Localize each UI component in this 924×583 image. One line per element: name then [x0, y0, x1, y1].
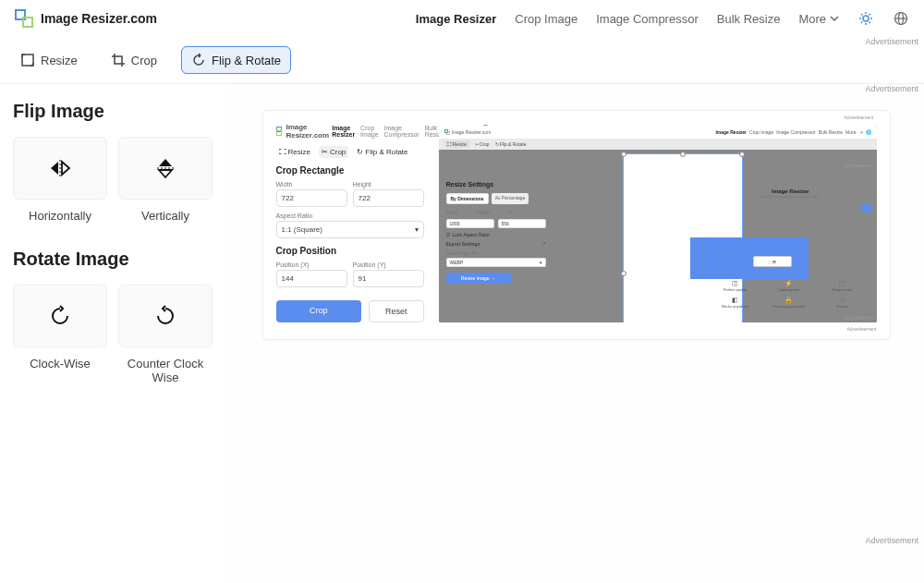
- height-label: Height: [353, 181, 424, 188]
- preview-image-area: Advertisement Image Resizer.com Image Re…: [439, 122, 877, 322]
- aspect-label: Aspect Ratio: [276, 213, 424, 219]
- theme-toggle-icon[interactable]: [857, 10, 874, 27]
- rotate-section-title: Rotate Image: [13, 249, 215, 270]
- height-input[interactable]: 722: [353, 189, 424, 207]
- main-area: Flip Image Horizontally Vertically Rotat…: [0, 84, 924, 583]
- flip-horizontal-tile: Horizontally: [13, 137, 107, 223]
- mini-nav-resizer: Image Resizer: [332, 125, 355, 138]
- inner-ad-bot: Advertisement: [845, 315, 874, 321]
- resize-settings-title: Resize Settings: [446, 181, 546, 188]
- svg-point-0: [863, 16, 869, 21]
- flip-vertical-label: Vertically: [118, 209, 213, 223]
- canvas-area: Advertisement Image Resizer.com Image Re…: [228, 84, 924, 583]
- logo-icon: [15, 9, 33, 28]
- tool-toolbar: Resize Crop Flip & Rotate Advertisement: [0, 37, 924, 84]
- preview-crop-panel: Image Resizer.com Image Resizer Crop Ima…: [276, 122, 424, 322]
- mini-logo-text: Image Resizer.com: [286, 123, 332, 140]
- mini-nav-compress: Image Compressor: [384, 125, 419, 138]
- svg-line-7: [861, 22, 863, 24]
- rotate-icon: [191, 53, 206, 67]
- rotate-ccw-button[interactable]: [118, 285, 213, 347]
- tool-flip-rotate-label: Flip & Rotate: [212, 54, 281, 67]
- rotate-cw-button[interactable]: [13, 285, 107, 347]
- svg-line-5: [861, 14, 863, 16]
- ad-label-canvas-top: Advertisement: [865, 84, 918, 93]
- crop-pos-title: Crop Position: [276, 246, 424, 256]
- preview-ad-bot: Advertisement: [847, 326, 877, 332]
- mini-tool-crop: ✂Crop: [319, 146, 348, 158]
- tool-flip-rotate[interactable]: Flip & Rotate: [181, 46, 291, 74]
- globe-icon[interactable]: [893, 10, 909, 27]
- sidebar: Flip Image Horizontally Vertically Rotat…: [0, 84, 228, 583]
- flip-section-title: Flip Image: [13, 101, 215, 122]
- flip-vertical-button[interactable]: [118, 137, 213, 200]
- embed-logo: Image Resizer.com: [452, 129, 492, 135]
- nav-more-label: More: [798, 12, 826, 26]
- crop-icon: [111, 53, 126, 67]
- nav-more[interactable]: More: [798, 12, 839, 26]
- svg-rect-12: [22, 55, 33, 66]
- rotate-cw-icon: [49, 305, 71, 327]
- flip-vertical-icon: [155, 156, 176, 180]
- crop-button[interactable]: Crop: [276, 300, 361, 322]
- posx-input[interactable]: 144: [276, 270, 347, 287]
- nav-bulk-resize[interactable]: Bulk Resize: [717, 12, 781, 26]
- flip-horizontal-icon: [48, 158, 72, 178]
- nav-image-compressor[interactable]: Image Compressor: [596, 12, 699, 26]
- embedded-image[interactable]: Image Resizer.com Image Resizer Crop Ima…: [439, 126, 877, 322]
- tool-crop[interactable]: Crop: [102, 47, 166, 73]
- mini-tool-flip: ↻Flip & Rotate: [354, 146, 410, 158]
- posy-label: Position (Y): [353, 261, 424, 268]
- rotate-ccw-label: Counter Clock Wise: [118, 357, 213, 384]
- rotate-ccw-icon: [154, 305, 176, 327]
- inner-badge: [862, 203, 871, 213]
- ad-label-bottom: Advertisement: [865, 536, 918, 545]
- reset-button[interactable]: Reset: [369, 300, 424, 322]
- width-input[interactable]: 722: [276, 189, 347, 207]
- flip-horizontal-button[interactable]: [13, 137, 107, 200]
- preview-ad-top: Advertisement: [845, 115, 874, 120]
- crop-rect-title: Crop Rectangle: [276, 165, 424, 176]
- rotate-cw-label: Clock-Wise: [13, 357, 107, 370]
- resize-icon: [20, 53, 35, 67]
- tool-crop-label: Crop: [131, 54, 157, 67]
- logo[interactable]: Image Resizer.com: [15, 9, 157, 28]
- posx-label: Position (X): [276, 261, 347, 268]
- svg-line-8: [869, 14, 871, 16]
- rotate-cw-tile: Clock-Wise: [13, 285, 107, 384]
- main-header: Image Resizer.com Image Resizer Crop Ima…: [0, 0, 924, 37]
- flip-horizontal-label: Horizontally: [13, 209, 107, 223]
- width-label: Width: [276, 181, 347, 188]
- tool-resize-label: Resize: [41, 54, 78, 67]
- image-preview: Image Resizer.com Image Resizer Crop Ima…: [262, 110, 891, 340]
- posy-input[interactable]: 91: [353, 270, 424, 287]
- aspect-select[interactable]: 1:1 (Square)▾: [276, 221, 424, 238]
- logo-text: Image Resizer.com: [41, 11, 157, 26]
- nav-crop-image[interactable]: Crop Image: [515, 12, 578, 26]
- mini-tool-resize: ⛶Resize: [276, 146, 313, 158]
- tool-resize[interactable]: Resize: [11, 47, 87, 73]
- svg-line-6: [869, 22, 871, 24]
- chevron-down-icon: [830, 14, 839, 23]
- ad-label-top: Advertisement: [865, 37, 918, 46]
- flip-vertical-tile: Vertically: [118, 137, 213, 223]
- inner-ad-top: Advertisement: [845, 163, 874, 168]
- nav-image-resizer[interactable]: Image Resizer: [416, 12, 496, 26]
- rotate-ccw-tile: Counter Clock Wise: [118, 285, 213, 384]
- mini-logo-icon: [276, 127, 283, 136]
- mini-nav-crop: Crop Image: [360, 125, 378, 138]
- inner-resize-btn: Resize Image →: [446, 273, 511, 284]
- chevron-down-icon: ▾: [415, 225, 419, 234]
- main-nav: Image Resizer Crop Image Image Compresso…: [416, 10, 909, 27]
